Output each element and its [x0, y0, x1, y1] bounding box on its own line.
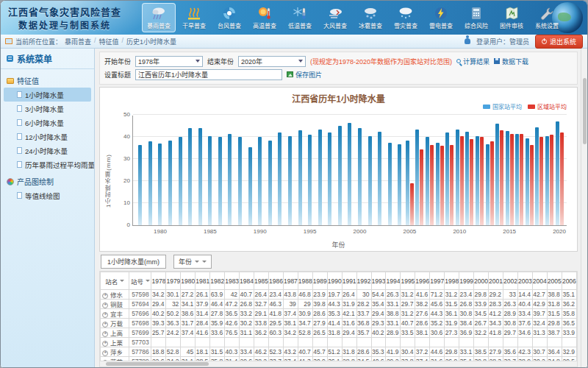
year-filter-dropdown[interactable]: 年份: [173, 255, 212, 269]
station-name-cell: 万载: [101, 319, 129, 328]
nav-item-high-temp[interactable]: 高温普查: [248, 3, 282, 32]
chart-title-input[interactable]: [135, 69, 282, 80]
year-header[interactable]: 1982: [210, 272, 225, 290]
year-header[interactable]: 1988: [298, 272, 312, 290]
nav-item-wind[interactable]: 大风普查: [318, 3, 352, 32]
value-cell: 37.6: [517, 319, 532, 328]
row-expander-icon[interactable]: [102, 331, 108, 337]
horizontal-scrollbar[interactable]: [99, 361, 578, 367]
hscroll-thumb[interactable]: [106, 362, 209, 366]
nav-item-lightning[interactable]: 雷电普查: [424, 3, 458, 32]
year-header[interactable]: 1992: [356, 272, 371, 290]
value-cell: 30.9: [298, 309, 312, 319]
column-header-label: 站名: [105, 277, 124, 286]
value-cell: 29.8: [474, 290, 489, 300]
nav-item-label: 暴雨普查: [147, 21, 171, 29]
nav-item-hail[interactable]: 冰雹普查: [354, 3, 387, 32]
bars-container: 198019851990199520002005201020152020: [133, 116, 567, 225]
value-cell: 33.4: [517, 309, 532, 319]
bar-group-1981: [165, 116, 176, 225]
value-cell: 38.2: [415, 300, 430, 309]
year-header[interactable]: 1986: [268, 272, 283, 290]
station-name-header[interactable]: 站名: [101, 272, 129, 290]
year-header[interactable]: 1984: [240, 272, 254, 290]
value-cell: 31.7: [181, 319, 196, 328]
value-cell: 46.4: [210, 300, 225, 309]
year-header[interactable]: 2004: [532, 272, 547, 290]
sidebar-item-3小时降水量[interactable]: 3小时降水量: [4, 102, 91, 116]
nav-item-label: 系统设置: [535, 21, 559, 29]
row-expander-icon[interactable]: [102, 341, 108, 347]
year-header[interactable]: 1985: [254, 272, 269, 290]
year-header[interactable]: 1990: [327, 272, 342, 290]
sidebar-group-产品图绘制[interactable]: 产品图绘制: [4, 174, 91, 188]
value-cell: 38.1: [415, 328, 430, 338]
sidebar-group-特征值[interactable]: 特征值: [4, 74, 91, 88]
year-header[interactable]: 1983: [225, 272, 240, 290]
year-header[interactable]: 1999: [459, 272, 474, 290]
year-header[interactable]: 1978: [151, 272, 166, 290]
download-button[interactable]: 数据下载: [494, 57, 528, 66]
vertical-scrollbar[interactable]: [581, 49, 587, 367]
legend-national[interactable]: 国家站平均: [483, 102, 522, 110]
value-cell: 29.2: [489, 290, 503, 300]
logout-button[interactable]: 退出系统: [535, 35, 583, 49]
year-header[interactable]: 1981: [196, 272, 210, 290]
breadcrumb-item[interactable]: 历史1小时降水量: [126, 37, 176, 46]
value-cell: 40.7: [240, 290, 254, 300]
sidebar-item-历年暴雨过程平均雨量[interactable]: 历年暴雨过程平均雨量: [4, 158, 91, 171]
logged-in-user: 登录用户：管理员: [476, 37, 529, 46]
row-expander-icon[interactable]: [102, 312, 108, 318]
value-cell: 36.5: [225, 309, 240, 319]
vscroll-thumb[interactable]: [583, 78, 587, 144]
value-cell: 36.8: [356, 319, 371, 328]
bar-group-2013: [484, 116, 495, 225]
year-header[interactable]: 1997: [430, 272, 445, 290]
start-year-label: 开始年份: [104, 57, 131, 66]
row-expander-icon[interactable]: [102, 293, 108, 299]
sidebar-item-等值线绘图[interactable]: 等值线绘图: [4, 188, 91, 202]
nav-item-snow[interactable]: 雪灾普查: [389, 3, 423, 32]
end-year-select[interactable]: 2020年: [238, 56, 306, 67]
year-header[interactable]: 1979: [166, 272, 181, 290]
year-header[interactable]: 1991: [342, 272, 356, 290]
value-cell: 38.8: [386, 309, 401, 319]
nav-item-wrench[interactable]: 系统设置: [530, 3, 564, 32]
year-header[interactable]: 1995: [401, 272, 415, 290]
nav-item-drought[interactable]: 干旱普查: [177, 3, 211, 32]
year-header[interactable]: 1996: [415, 272, 430, 290]
year-header[interactable]: 1993: [371, 272, 386, 290]
sidebar-item-12小时降水量[interactable]: 12小时降水量: [4, 130, 91, 144]
calculate-button[interactable]: 计算结果: [456, 57, 490, 66]
legend-regional[interactable]: 区域站平均: [528, 102, 567, 110]
year-header[interactable]: 2002: [503, 272, 517, 290]
year-header[interactable]: 1980: [181, 272, 196, 290]
year-header[interactable]: 2001: [489, 272, 503, 290]
year-header[interactable]: 1994: [386, 272, 401, 290]
breadcrumb-item[interactable]: 特征值: [99, 37, 119, 46]
year-header[interactable]: 2000: [474, 272, 489, 290]
nav-item-rainstorm[interactable]: 暴雨普查: [142, 3, 176, 32]
save-image-button[interactable]: 保存图片: [287, 70, 322, 79]
value-cell: 29.8: [445, 347, 459, 357]
nav-item-calculator[interactable]: 综合风险: [459, 3, 493, 32]
year-header[interactable]: 1987: [283, 272, 298, 290]
row-expander-icon[interactable]: [102, 322, 108, 328]
regional-bar: [550, 135, 553, 225]
sidebar-item-24小时降水量[interactable]: 24小时降水量: [4, 144, 91, 158]
station-id-header[interactable]: 站号: [129, 272, 151, 290]
nav-item-map[interactable]: 图件审核: [495, 3, 528, 32]
year-header[interactable]: 2006: [562, 272, 576, 290]
sidebar-item-6小时降水量[interactable]: 6小时降水量: [4, 116, 91, 130]
year-header[interactable]: 2003: [517, 272, 532, 290]
year-header[interactable]: 2005: [547, 272, 562, 290]
breadcrumb-item[interactable]: 暴雨普查: [65, 37, 91, 46]
start-year-select[interactable]: 1978年: [135, 56, 203, 67]
year-header[interactable]: 1998: [445, 272, 459, 290]
row-expander-icon[interactable]: [102, 350, 108, 356]
row-expander-icon[interactable]: [102, 302, 108, 308]
year-header[interactable]: 1989: [312, 272, 327, 290]
nav-item-low-temp[interactable]: 低温普查: [283, 3, 317, 32]
sidebar-item-1小时降水量[interactable]: 1小时降水量: [4, 88, 91, 102]
nav-item-typhoon[interactable]: 台风普查: [212, 3, 246, 32]
